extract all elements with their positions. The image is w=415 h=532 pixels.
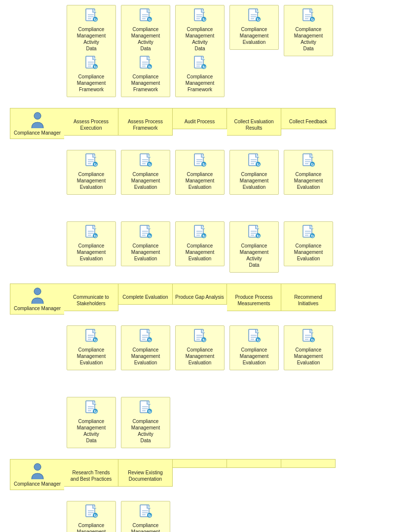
card-label: ComplianceManagementActivityData: [131, 26, 160, 52]
svg-text:↻: ↻: [94, 514, 97, 518]
process-cell-4: ↻ Collect Feedback: [281, 108, 336, 129]
document-icon: ↻: [139, 8, 152, 24]
card-label: ComplianceManagementActivityData: [294, 26, 323, 52]
document-icon: ↻: [139, 56, 152, 71]
card-label: ComplianceManagementEvaluation: [77, 171, 106, 190]
card-label: ComplianceManagementEvaluation: [240, 347, 268, 366]
card-s2i3: ↻ ComplianceManagementEvaluation: [175, 221, 225, 266]
double-card: ↻ ComplianceManagementActivityData: [284, 5, 333, 56]
svg-text:↻: ↻: [94, 338, 97, 343]
svg-text:↻: ↻: [257, 163, 260, 167]
document-icon: ↻: [247, 329, 261, 345]
card-s1o4: ↻ ComplianceManagementEvaluation: [229, 150, 279, 195]
card-label: ComplianceManagementEvaluation: [186, 171, 214, 190]
card-label: ComplianceManagementEvaluation: [131, 522, 160, 532]
role-cell: Compliance Manager: [10, 284, 64, 315]
svg-text:↻: ↻: [202, 18, 206, 22]
document-icon: ↻: [84, 400, 98, 416]
process-cell-3: ↻ Produce ProcessMeasurements: [227, 284, 281, 311]
document-icon: ↻: [302, 153, 315, 169]
card-s2i5: ↻ ComplianceManagementEvaluation: [284, 221, 333, 266]
section-section3: ↻ ComplianceManagementActivityData ↻ Com…: [10, 397, 405, 532]
process-cell-0: ↻ Research Trendsand Best Practices: [64, 459, 118, 487]
arrow-row-1: [10, 448, 405, 459]
card-s2o2: ↻ ComplianceManagementEvaluation: [121, 325, 170, 370]
svg-text:↻: ↻: [148, 410, 151, 414]
card-s1o1: ↻ ComplianceManagementEvaluation: [67, 150, 116, 195]
svg-text:↻: ↻: [148, 514, 151, 518]
process-cell-2: ↻ Audit Process: [173, 108, 227, 129]
svg-text:↻: ↻: [311, 338, 314, 343]
document-icon: ↻: [247, 8, 261, 24]
double-card: ↻ ComplianceManagementActivityData ↻ Com…: [121, 5, 170, 97]
process-label: Research Trendsand Best Practices: [71, 469, 112, 482]
svg-text:↻: ↻: [94, 234, 97, 239]
section-gap: [10, 382, 405, 397]
process-label: Produce ProcessMeasurements: [235, 294, 272, 307]
document-icon: ↻: [139, 400, 152, 416]
svg-text:↻: ↻: [202, 338, 206, 343]
role-label: Compliance Manager: [14, 481, 61, 487]
card-label: ComplianceManagementEvaluation: [240, 171, 268, 190]
svg-text:↻: ↻: [202, 163, 206, 167]
document-icon: ↻: [247, 153, 261, 169]
card-s2i2: ↻ ComplianceManagementEvaluation: [121, 221, 170, 266]
process-cell-1: ↻ Complete Evaluation: [118, 284, 173, 305]
document-icon: ↻: [247, 225, 261, 241]
svg-text:↻: ↻: [148, 18, 151, 22]
card-label: ComplianceManagementActivityData: [131, 418, 160, 444]
document-icon: ↻: [84, 56, 98, 71]
document-icon: ↻: [139, 504, 152, 520]
process-cell-2: [173, 459, 227, 468]
card-s3o2: ↻ ComplianceManagementEvaluation: [121, 501, 170, 532]
person-icon: [30, 462, 45, 481]
arrow-row-2: [10, 315, 405, 325]
svg-text:↻: ↻: [148, 163, 151, 167]
card-s3o1: ↻ ComplianceManagementEvaluation: [67, 501, 116, 532]
card-label: ComplianceManagementEvaluation: [240, 26, 268, 45]
process-cell-1: ↻ Assess ProcessFramework: [118, 108, 173, 136]
arrow-row-2: [10, 139, 405, 150]
person-icon: [30, 111, 45, 130]
card-label: ComplianceManagementActivityData: [240, 243, 268, 268]
role-cell: Compliance Manager: [10, 459, 64, 490]
card-s3i1: ↻ ComplianceManagementActivityData: [67, 397, 116, 448]
process-cell-0: ↻ Communicate toStakeholders: [64, 284, 118, 311]
card-label: ComplianceManagementEvaluation: [294, 347, 323, 366]
card-label: ComplianceManagementActivityData: [77, 26, 106, 52]
diagram: ↻ ComplianceManagementActivityData ↻ Com…: [0, 0, 415, 532]
process-label: Recommend Initiatives: [283, 294, 333, 307]
document-icon: ↻: [302, 329, 315, 345]
arrow-row-1: [10, 273, 405, 284]
card-label: ComplianceManagementActivityData: [186, 26, 214, 52]
card-label: ComplianceManagementFramework: [131, 73, 160, 93]
svg-text:↻: ↻: [311, 18, 314, 22]
card-label: ComplianceManagementEvaluation: [131, 171, 160, 190]
svg-text:↻: ↻: [94, 410, 97, 414]
section-section1: ↻ ComplianceManagementActivityData ↻ Com…: [10, 5, 405, 195]
card-s1o3: ↻ ComplianceManagementEvaluation: [175, 150, 225, 195]
section-section2: ↻ ComplianceManagementEvaluation ↻ Compl…: [10, 221, 405, 370]
card-s2i4: ↻ ComplianceManagementActivityData: [229, 221, 279, 273]
process-label: Communicate toStakeholders: [73, 294, 109, 307]
card-label: ComplianceManagementEvaluation: [131, 243, 160, 262]
svg-text:↻: ↻: [94, 65, 97, 70]
svg-text:↻: ↻: [94, 18, 97, 22]
card-s1o2: ↻ ComplianceManagementEvaluation: [121, 150, 170, 195]
document-icon: ↻: [302, 8, 315, 24]
document-icon: ↻: [193, 153, 207, 169]
process-cell-4: [281, 459, 336, 468]
svg-text:↻: ↻: [94, 163, 97, 167]
card-label: ComplianceManagementEvaluation: [186, 243, 214, 262]
document-icon: ↻: [193, 225, 207, 241]
card-label: ComplianceManagementActivityData: [77, 418, 106, 444]
process-cell-1: ↻ Review ExistingDocumentation: [118, 459, 173, 487]
card-label: ComplianceManagementEvaluation: [186, 347, 214, 366]
input-row: ↻ ComplianceManagementActivityData ↻ Com…: [10, 397, 405, 448]
double-card: ↻ ComplianceManagementActivityData ↻ Com…: [67, 5, 116, 97]
svg-text:↻: ↻: [311, 234, 314, 239]
section-gap: [10, 207, 405, 221]
document-icon: ↻: [302, 225, 315, 241]
svg-point-256: [34, 463, 41, 470]
process-label: Produce Gap Analysis: [175, 294, 224, 300]
